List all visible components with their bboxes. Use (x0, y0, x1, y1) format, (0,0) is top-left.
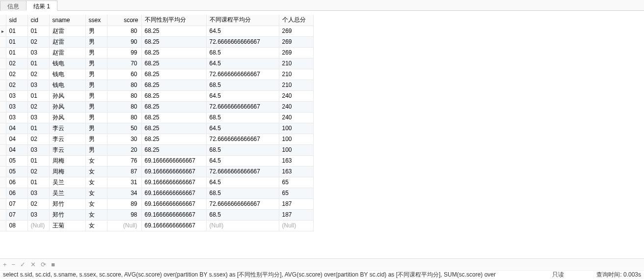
cell-cidavg[interactable]: 64.5 (206, 90, 279, 101)
cell-ssex[interactable]: 男 (85, 69, 107, 80)
cell-sname[interactable]: 钱电 (49, 58, 85, 69)
add-row-button[interactable]: + (3, 261, 7, 268)
cell-cidavg[interactable]: 64.5 (206, 177, 279, 188)
stop-button[interactable]: ■ (51, 261, 55, 268)
cell-ssex[interactable]: 男 (85, 58, 107, 69)
col-header-sname[interactable]: sname (49, 15, 85, 26)
cell-sid[interactable]: 05 (6, 166, 27, 177)
cell-score[interactable]: 34 (107, 188, 141, 198)
cell-cidavg[interactable]: (Null) (206, 220, 279, 231)
cell-cid[interactable]: 03 (27, 80, 49, 90)
cell-ssex[interactable]: 女 (85, 155, 107, 166)
table-row[interactable]: 0301孙风男8068.2564.5240 (0, 90, 313, 101)
cell-sexavg[interactable]: 69.1666666666667 (141, 155, 206, 166)
cell-score[interactable]: 80 (107, 80, 141, 90)
cell-sexavg[interactable]: 68.25 (141, 144, 206, 155)
cell-total[interactable]: 269 (279, 47, 313, 58)
table-row[interactable]: 0502周梅女8769.166666666666772.666666666666… (0, 166, 313, 177)
cell-sid[interactable]: 03 (6, 101, 27, 112)
cell-score[interactable]: 87 (107, 166, 141, 177)
cell-cidavg[interactable]: 68.5 (206, 80, 279, 90)
cell-score[interactable]: 70 (107, 58, 141, 69)
cell-sexavg[interactable]: 69.1666666666667 (141, 177, 206, 188)
table-row[interactable]: 0302孙风男8068.2572.6666666666667240 (0, 101, 313, 112)
table-row[interactable]: 0702郑竹女8969.166666666666772.666666666666… (0, 198, 313, 209)
cell-total[interactable]: 100 (279, 134, 313, 144)
cell-sexavg[interactable]: 68.25 (141, 69, 206, 80)
cell-cid[interactable]: 03 (27, 112, 49, 123)
table-row[interactable]: 0403李云男2068.2568.5100 (0, 144, 313, 155)
cell-sexavg[interactable]: 68.25 (141, 47, 206, 58)
cell-sname[interactable]: 郑竹 (49, 198, 85, 209)
cell-sexavg[interactable]: 68.25 (141, 26, 206, 36)
cell-total[interactable]: 163 (279, 155, 313, 166)
cell-sname[interactable]: 赵雷 (49, 26, 85, 36)
cancel-button[interactable]: ✕ (30, 261, 36, 268)
cell-sname[interactable]: 吴兰 (49, 188, 85, 198)
cell-sname[interactable]: 孙风 (49, 101, 85, 112)
cell-sname[interactable]: 李云 (49, 134, 85, 144)
cell-total[interactable]: 240 (279, 90, 313, 101)
cell-total[interactable]: 240 (279, 112, 313, 123)
cell-score[interactable]: 89 (107, 198, 141, 209)
cell-sid[interactable]: 02 (6, 69, 27, 80)
cell-sexavg[interactable]: 68.25 (141, 58, 206, 69)
cell-score[interactable]: 20 (107, 144, 141, 155)
cell-score[interactable]: 50 (107, 123, 141, 134)
cell-sexavg[interactable]: 68.25 (141, 123, 206, 134)
cell-cidavg[interactable]: 68.5 (206, 47, 279, 58)
cell-sname[interactable]: 赵雷 (49, 36, 85, 47)
col-header-ssex[interactable]: ssex (85, 15, 107, 26)
cell-cidavg[interactable]: 64.5 (206, 155, 279, 166)
cell-sid[interactable]: 06 (6, 188, 27, 198)
cell-cidavg[interactable]: 72.6666666666667 (206, 166, 279, 177)
cell-total[interactable]: (Null) (279, 220, 313, 231)
cell-ssex[interactable]: 女 (85, 198, 107, 209)
cell-cid[interactable]: 01 (27, 123, 49, 134)
cell-sid[interactable]: 03 (6, 112, 27, 123)
cell-sname[interactable]: 李云 (49, 144, 85, 155)
cell-ssex[interactable]: 女 (85, 166, 107, 177)
cell-cid[interactable]: 03 (27, 188, 49, 198)
table-row[interactable]: 0303孙风男8068.2568.5240 (0, 112, 313, 123)
cell-cid[interactable]: 02 (27, 101, 49, 112)
cell-sid[interactable]: 01 (6, 26, 27, 36)
cell-ssex[interactable]: 男 (85, 123, 107, 134)
cell-sexavg[interactable]: 68.25 (141, 101, 206, 112)
cell-cid[interactable]: 03 (27, 47, 49, 58)
cell-sexavg[interactable]: 69.1666666666667 (141, 209, 206, 220)
cell-total[interactable]: 163 (279, 166, 313, 177)
cell-score[interactable]: (Null) (107, 220, 141, 231)
cell-total[interactable]: 100 (279, 123, 313, 134)
cell-sid[interactable]: 01 (6, 36, 27, 47)
cell-sexavg[interactable]: 69.1666666666667 (141, 220, 206, 231)
cell-cid[interactable]: 02 (27, 36, 49, 47)
cell-cidavg[interactable]: 68.5 (206, 112, 279, 123)
cell-cidavg[interactable]: 72.6666666666667 (206, 134, 279, 144)
cell-sname[interactable]: 孙风 (49, 112, 85, 123)
cell-ssex[interactable]: 男 (85, 144, 107, 155)
cell-sname[interactable]: 孙风 (49, 90, 85, 101)
col-header-score[interactable]: score (107, 15, 141, 26)
tab-result-1[interactable]: 结果 1 (26, 0, 57, 11)
cell-cidavg[interactable]: 72.6666666666667 (206, 101, 279, 112)
table-row[interactable]: 0103赵雷男9968.2568.5269 (0, 47, 313, 58)
cell-sid[interactable]: 05 (6, 155, 27, 166)
remove-row-button[interactable]: − (12, 261, 16, 268)
cell-score[interactable]: 98 (107, 209, 141, 220)
cell-sname[interactable]: 李云 (49, 123, 85, 134)
cell-cidavg[interactable]: 72.6666666666667 (206, 36, 279, 47)
cell-cid[interactable]: 01 (27, 177, 49, 188)
cell-ssex[interactable]: 男 (85, 80, 107, 90)
cell-cid[interactable]: 03 (27, 209, 49, 220)
cell-sid[interactable]: 06 (6, 177, 27, 188)
col-header-sexavg[interactable]: 不同性别平均分 (141, 15, 206, 26)
cell-cidavg[interactable]: 68.5 (206, 188, 279, 198)
refresh-button[interactable]: ⟳ (41, 261, 46, 268)
cell-total[interactable]: 269 (279, 26, 313, 36)
cell-total[interactable]: 210 (279, 80, 313, 90)
cell-cid[interactable]: 02 (27, 166, 49, 177)
cell-sexavg[interactable]: 69.1666666666667 (141, 166, 206, 177)
cell-ssex[interactable]: 男 (85, 101, 107, 112)
tab-info[interactable]: 信息 (0, 0, 27, 11)
